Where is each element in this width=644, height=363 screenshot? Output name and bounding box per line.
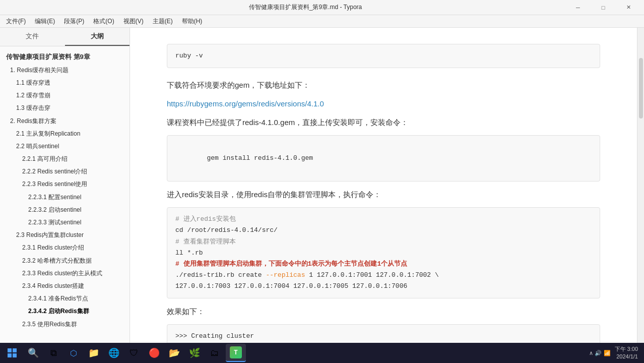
menu-paragraph[interactable]: 段落(P) <box>60 16 88 27</box>
code-block-gem: gem install redis-4.1.0.gem <box>167 135 600 182</box>
outline-item[interactable]: 1.3 缓存击穿 <box>0 102 130 114</box>
taskbar-explorer[interactable]: 📁 <box>85 344 103 362</box>
outline-item[interactable]: 2.1 主从复制Replication <box>0 128 130 140</box>
menu-format[interactable]: 格式(O) <box>89 16 118 27</box>
para1: 下载符合环境要求的gem，下载地址如下： <box>167 78 600 92</box>
taskbar-app4[interactable]: 🔴 <box>145 344 163 362</box>
taskbar-chrome[interactable]: 🌐 <box>105 344 123 362</box>
gem-link[interactable]: https://rubygems.org/gems/redis/versions… <box>167 99 324 108</box>
outline-item[interactable]: 2.3.1 Redis cluster介绍 <box>0 241 130 254</box>
para3: 进入redis安装目录，使用redis自带的集群管理脚本，执行命令： <box>167 188 600 201</box>
menu-help[interactable]: 帮助(H) <box>178 16 207 27</box>
taskbar: 🔍 ⧉ ⬡ 📁 🌐 🛡 🔴 📂 🌿 🗂 T ∧ 🔊 📶 下午 3:00 2024… <box>0 343 644 363</box>
taskbar-app6[interactable]: 🌿 <box>185 344 204 362</box>
outline-item[interactable]: 2.3.3 Redis cluster的主从模式 <box>0 267 130 280</box>
outline-item[interactable]: 2.2.1 高可用介绍 <box>0 153 130 165</box>
code-block-ruby: ruby -v <box>167 44 600 68</box>
menu-edit[interactable]: 编辑(E) <box>31 16 59 27</box>
close-button[interactable]: ✕ <box>617 0 640 15</box>
taskbar-time: 下午 3:00 2024/1/1 <box>615 345 638 361</box>
code-comment2: # 查看集群管理脚本 <box>175 238 236 246</box>
outline-item[interactable]: 2.3.4.2 启动Redis集群 <box>0 305 130 318</box>
outline-item[interactable]: 2.3.2 哈希槽方式分配数据 <box>0 255 130 267</box>
sys-icons: ∧ 🔊 📶 <box>589 350 610 356</box>
code-line3-pre: ./redis-trib.rb create --replicas 1 127.… <box>175 271 439 279</box>
menu-theme[interactable]: 主题(E) <box>149 16 177 27</box>
window-controls: ─ □ ✕ <box>566 0 640 15</box>
menu-file[interactable]: 文件(F) <box>2 16 30 27</box>
outline-item[interactable]: 2.2.3.1 配置sentinel <box>0 191 130 204</box>
start-button[interactable] <box>2 344 22 362</box>
outline-item[interactable]: 2. Redis集群方案 <box>0 115 130 128</box>
para4: 效果如下： <box>167 305 600 318</box>
taskbar-edge[interactable]: ⬡ <box>65 344 83 362</box>
taskbar-typora[interactable]: T <box>226 344 246 362</box>
para-link: https://rubygems.org/gems/redis/versions… <box>167 97 600 110</box>
code-line1: cd /root/redis-4.0.14/src/ <box>175 226 278 234</box>
main-editor[interactable]: ruby -v 下载符合环境要求的gem，下载地址如下： https://rub… <box>130 28 637 348</box>
code-line4: 127.0.0.1:7003 127.0.0.1:7004 127.0.0.1:… <box>175 282 407 290</box>
code-replicas: --replicas <box>266 271 305 279</box>
outline-item[interactable]: 2.2.2 Redis sentinel介绍 <box>0 165 130 178</box>
menubar: 文件(F) 编辑(E) 段落(P) 格式(O) 视图(V) 主题(E) 帮助(H… <box>0 15 644 28</box>
app-body: 文件 大纲 传智健康项目扩展资料 第9章1. Redis缓存相关问题1.1 缓存… <box>0 28 644 348</box>
scrollbar-thumb[interactable] <box>639 58 643 118</box>
outline-item[interactable]: 2.3.4.1 准备Redis节点 <box>0 292 130 305</box>
tab-file[interactable]: 文件 <box>0 28 65 46</box>
taskbar-search[interactable]: 🔍 <box>24 344 42 362</box>
right-scrollbar[interactable] <box>637 28 644 348</box>
code-comment1: # 进入redis安装包 <box>175 215 236 223</box>
windows-icon <box>8 348 17 357</box>
outline-item[interactable]: 2.2.3.2 启动sentinel <box>0 204 130 216</box>
maximize-button[interactable]: □ <box>592 0 615 15</box>
outline-item[interactable]: 2.3.5 使用Redis集群 <box>0 318 130 331</box>
content-area: ruby -v 下载符合环境要求的gem，下载地址如下： https://rub… <box>167 44 600 348</box>
sidebar-tabs: 文件 大纲 <box>0 28 130 46</box>
outline-item[interactable]: 2.3.4 Redis cluster搭建 <box>0 280 130 292</box>
sidebar: 文件 大纲 传智健康项目扩展资料 第9章1. Redis缓存相关问题1.1 缓存… <box>0 28 130 348</box>
taskbar-app3[interactable]: 🛡 <box>125 344 143 362</box>
outline-item[interactable]: 2.2.3.3 测试sentinel <box>0 216 130 229</box>
title-text: 传智健康项目扩展资料_第9章.md - Typora <box>44 3 566 12</box>
code-comment3: # 使用集群管理脚本启动集群，下面命令中的1表示为每个主节点创建1个从节点 <box>175 260 407 268</box>
taskbar-sys: ∧ 🔊 📶 下午 3:00 2024/1/1 <box>585 345 642 361</box>
code-output1: >>> Creating cluster <box>175 332 254 340</box>
typora-icon: T <box>230 346 242 358</box>
outline-item[interactable]: 1.2 缓存雪崩 <box>0 89 130 102</box>
code-gem-install: gem install redis-4.1.0.gem <box>207 154 313 162</box>
taskbar-app7[interactable]: 🗂 <box>206 344 224 362</box>
outline-item[interactable]: 2.2 哨兵sentinel <box>0 140 130 153</box>
para2: 课程资料中已经提供了redis-4.1.0.gem，直接上传安装即可，安装命令： <box>167 115 600 129</box>
outline-item[interactable]: 2.2.3 Redis sentinel使用 <box>0 178 130 191</box>
titlebar: 传智健康项目扩展资料_第9章.md - Typora ─ □ ✕ <box>0 0 644 15</box>
minimize-button[interactable]: ─ <box>566 0 590 15</box>
taskbar-app5[interactable]: 📂 <box>165 344 183 362</box>
menu-view[interactable]: 视图(V) <box>119 16 148 27</box>
taskbar-task-view[interactable]: ⧉ <box>44 344 62 362</box>
outline-item[interactable]: 1. Redis缓存相关问题 <box>0 64 130 77</box>
tab-outline[interactable]: 大纲 <box>65 28 130 46</box>
code-line2: ll *.rb <box>175 249 203 257</box>
outline-panel[interactable]: 传智健康项目扩展资料 第9章1. Redis缓存相关问题1.1 缓存穿透1.2 … <box>0 46 130 348</box>
outline-item[interactable]: 1.1 缓存穿透 <box>0 77 130 89</box>
outline-item[interactable]: 2.3 Redis内置集群cluster <box>0 229 130 241</box>
outline-item[interactable]: 传智健康项目扩展资料 第9章 <box>0 50 130 64</box>
code-block-cluster: # 进入redis安装包 cd /root/redis-4.0.14/src/ … <box>167 207 600 298</box>
